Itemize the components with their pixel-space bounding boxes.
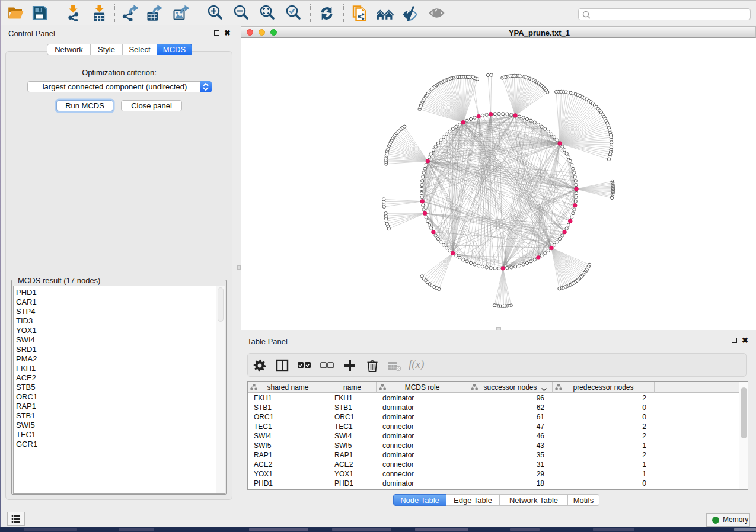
svg-text:f(x): f(x) (409, 358, 424, 371)
